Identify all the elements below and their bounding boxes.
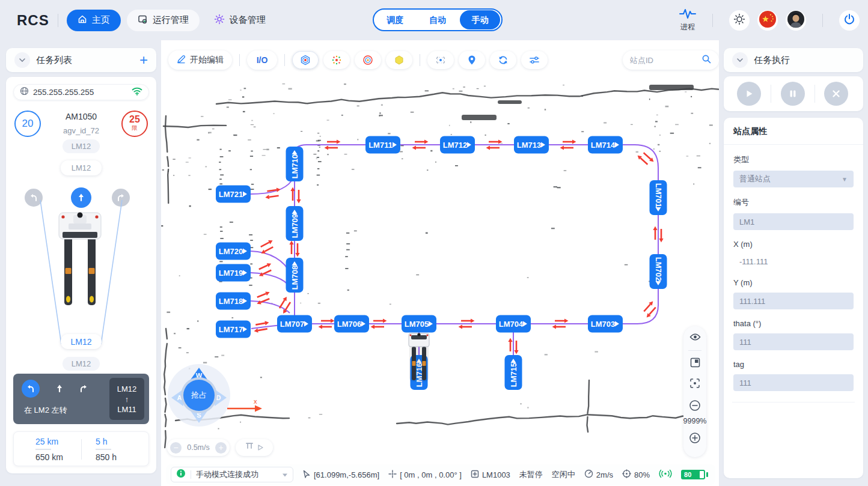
- signal-indicator: [659, 469, 672, 480]
- nav-item-devices[interactable]: 设备管理: [203, 10, 277, 31]
- target-layer-button[interactable]: [355, 51, 381, 69]
- seize-control-button[interactable]: 抢占: [183, 380, 215, 411]
- start-edit-button[interactable]: 开始编辑: [168, 50, 232, 70]
- station-layer-button[interactable]: [292, 51, 319, 69]
- field-label: thata (°): [733, 319, 854, 328]
- map-canvas[interactable]: LM710LM709LM708LM721LM720LM719LM718LM717…: [161, 40, 719, 486]
- map-speckle: [357, 105, 359, 106]
- map-station-LM713[interactable]: LM713: [514, 136, 549, 154]
- fork-control[interactable]: [236, 439, 273, 456]
- speed-plus-button[interactable]: +: [215, 442, 227, 454]
- theme-button[interactable]: [729, 10, 750, 31]
- play-task-button[interactable]: [737, 82, 761, 106]
- map-station-LM721[interactable]: LM721: [216, 186, 251, 203]
- user-avatar[interactable]: [786, 10, 806, 31]
- map-station-LM719[interactable]: LM719: [216, 264, 251, 282]
- visibility-button[interactable]: [683, 332, 706, 342]
- joystick[interactable]: W A D S 抢占: [168, 364, 230, 427]
- joystick-right[interactable]: D: [215, 389, 227, 406]
- map-station-LM710[interactable]: LM710: [286, 147, 304, 181]
- mode-option-dispatch[interactable]: 调度: [375, 10, 415, 29]
- field-value-input: -111.111: [733, 254, 854, 269]
- map-station-LM711[interactable]: LM711: [365, 136, 400, 154]
- map-station-LM709[interactable]: LM709: [286, 206, 304, 241]
- nav-item-operation[interactable]: 运行管理: [127, 10, 200, 31]
- map-speckle: [604, 122, 607, 123]
- map-station-LM704[interactable]: LM704: [496, 315, 531, 333]
- speed-minus-button[interactable]: −: [170, 442, 182, 454]
- map-station-LM705[interactable]: LM705: [402, 315, 436, 333]
- map-speckle: [346, 243, 350, 245]
- map-station-LM703[interactable]: LM703: [588, 315, 623, 333]
- divider: [712, 14, 713, 27]
- speed-limit-dial[interactable]: 25 限: [121, 111, 148, 137]
- chevron-down-icon: ▼: [842, 176, 848, 183]
- scatter-points-icon: [331, 54, 343, 66]
- language-button[interactable]: [757, 10, 778, 31]
- power-button[interactable]: [839, 10, 860, 31]
- map-station-LM712[interactable]: LM712: [440, 136, 475, 154]
- zoom-out-button[interactable]: [683, 399, 706, 412]
- map-speckle: [231, 317, 233, 318]
- mode-option-manual[interactable]: 手动: [460, 10, 500, 29]
- mode-option-auto[interactable]: 自动: [418, 10, 458, 29]
- field-value-input[interactable]: 111.111: [733, 293, 854, 309]
- cancel-task-button[interactable]: [824, 82, 848, 106]
- pause-task-button[interactable]: [781, 82, 805, 106]
- process-button[interactable]: 进程: [679, 8, 696, 32]
- joystick-up[interactable]: W: [191, 368, 207, 380]
- radar-button[interactable]: [427, 51, 454, 69]
- add-task-button[interactable]: +: [139, 54, 148, 66]
- collapse-button[interactable]: [732, 52, 748, 68]
- refresh-button[interactable]: [490, 51, 516, 69]
- nav-item-home[interactable]: 主页: [67, 10, 121, 31]
- io-label: I/O: [257, 55, 268, 65]
- map-station-LM706[interactable]: LM706: [334, 315, 369, 333]
- search-icon[interactable]: [701, 54, 712, 67]
- collapse-button[interactable]: [14, 52, 30, 68]
- center-focus-button[interactable]: [683, 378, 706, 389]
- field-value-select[interactable]: 普通站点▼: [733, 171, 854, 187]
- map-station-LM714[interactable]: LM714: [588, 136, 623, 154]
- divider: [81, 439, 82, 460]
- battery-indicator: 80: [681, 470, 705, 479]
- map-speckle: [485, 135, 486, 136]
- map-station-LM717[interactable]: LM717: [216, 321, 251, 338]
- map-station-LM708[interactable]: LM708: [286, 258, 304, 293]
- map-speckle: [188, 175, 190, 175]
- field-value-input[interactable]: 111: [733, 333, 854, 350]
- map-speckle: [317, 184, 319, 186]
- svg-text:LM702: LM702: [654, 257, 663, 281]
- map-speckle: [254, 127, 256, 127]
- zone-layer-button[interactable]: [386, 51, 412, 69]
- zoom-in-button[interactable]: [683, 432, 706, 444]
- map-station-LM718[interactable]: LM718: [216, 293, 251, 310]
- locate-button[interactable]: [459, 51, 485, 69]
- status-message-dropdown[interactable]: 手动模式连接成功: [171, 467, 293, 482]
- robot-ip-field[interactable]: 255.255.255.255: [13, 84, 149, 100]
- map-agv-forklift[interactable]: [409, 333, 429, 381]
- divider: [96, 449, 111, 450]
- map-station-LM702[interactable]: LM702: [650, 254, 667, 289]
- map-station-LM715[interactable]: LM715: [505, 355, 522, 390]
- joystick-down[interactable]: S: [191, 411, 207, 423]
- map-station-LM701[interactable]: LM701: [650, 180, 667, 215]
- station-search-input[interactable]: [630, 56, 701, 65]
- divider: [822, 14, 823, 27]
- field-value-input[interactable]: LM1: [733, 213, 854, 230]
- map-speckle: [308, 293, 309, 294]
- field-label: Y (m): [733, 278, 854, 287]
- map-speckle: [317, 157, 319, 158]
- map-station-LM720[interactable]: LM720: [216, 243, 251, 260]
- map-station-LM707[interactable]: LM707: [277, 315, 312, 333]
- hours-stat: 5 h 850 h: [96, 437, 117, 462]
- io-button[interactable]: I/O: [247, 50, 277, 70]
- scatter-layer-button[interactable]: [323, 51, 350, 69]
- minimap-button[interactable]: [683, 357, 706, 368]
- filter-button[interactable]: [521, 51, 548, 69]
- joystick-left[interactable]: A: [171, 389, 183, 406]
- field-value-input[interactable]: 111: [733, 374, 854, 391]
- map-speckle: [167, 312, 170, 314]
- map-speckle: [205, 166, 207, 168]
- map-speckle: [318, 161, 322, 162]
